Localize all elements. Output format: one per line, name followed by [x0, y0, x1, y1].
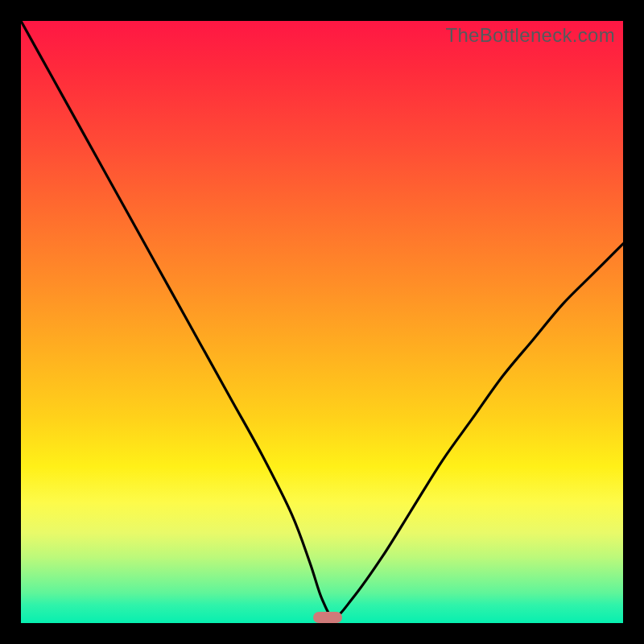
chart-frame: TheBottleneck.com	[0, 0, 644, 644]
bottleneck-curve	[21, 21, 623, 623]
optimum-marker	[313, 612, 342, 623]
watermark-text: TheBottleneck.com	[445, 24, 615, 47]
plot-area: TheBottleneck.com	[21, 21, 623, 623]
